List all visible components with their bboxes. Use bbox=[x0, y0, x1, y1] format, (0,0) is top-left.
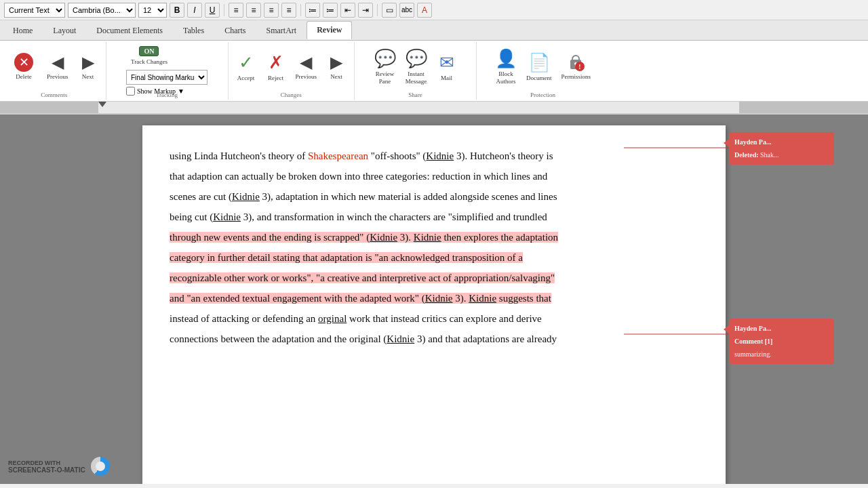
tab-bar: Home Layout Document Elements Tables Cha… bbox=[0, 20, 868, 41]
delete-button[interactable]: ✕ Delete bbox=[7, 50, 41, 83]
permissions-label: Permissions bbox=[561, 73, 591, 81]
document-page: using Linda Hutcheon's theory of Shakesp… bbox=[142, 125, 726, 484]
ribbon-group-share: 💬 ReviewPane 💬 InstantMessage ✉ Mail Sha… bbox=[355, 42, 477, 100]
track-changes-button[interactable]: ON Track Changes bbox=[126, 43, 172, 68]
comment-1-text: Shak... bbox=[760, 151, 779, 159]
kidnie-ref-4: Kidnie bbox=[370, 232, 397, 243]
paragraph-8: and "an extended textual engagement with… bbox=[170, 288, 698, 308]
tab-document-elements[interactable]: Document Elements bbox=[86, 22, 173, 39]
tab-review[interactable]: Review bbox=[307, 21, 352, 39]
next-change-icon: ▶ bbox=[330, 53, 342, 72]
format-bar: Current Text Cambria (Bo... 12 B I U ≡ ≡… bbox=[0, 0, 868, 20]
number-list-button[interactable]: ≔ bbox=[323, 3, 338, 18]
paragraph-1: using Linda Hutcheon's theory of Shakesp… bbox=[170, 146, 698, 166]
track-changes-on-badge: ON bbox=[139, 46, 159, 56]
comments-group-label: Comments bbox=[3, 92, 106, 98]
tab-smartart[interactable]: SmartArt bbox=[256, 22, 307, 39]
document-label: Document bbox=[526, 75, 552, 82]
kidnie-ref-6: Kidnie bbox=[387, 333, 414, 344]
document-protect-button[interactable]: 📄 Document bbox=[523, 49, 555, 85]
reject-label: Reject bbox=[268, 75, 283, 82]
previous-comment-label: Previous bbox=[47, 73, 68, 81]
comment-bubble-2[interactable]: Hayden Pa... Comment [1] summarizing. bbox=[729, 319, 834, 364]
mail-icon: ✉ bbox=[439, 52, 454, 73]
comment-2-content: summarizing. bbox=[734, 348, 829, 361]
ribbon-group-tracking: ON Track Changes Final Showing Markup Sh… bbox=[106, 42, 229, 100]
changes-group-label: Changes bbox=[229, 92, 355, 98]
next-comment-button[interactable]: ▶ Next bbox=[75, 50, 102, 83]
abc-button[interactable]: abc bbox=[399, 3, 414, 18]
align-left-button[interactable]: ≡ bbox=[229, 3, 243, 18]
kidnie-ref-5: Kidnie bbox=[425, 293, 453, 304]
indent-less-button[interactable]: ⇤ bbox=[340, 3, 355, 18]
bold-button[interactable]: B bbox=[170, 3, 184, 18]
block-authors-label: BlockAuthors bbox=[496, 70, 515, 85]
ribbon-group-protection: 👤 BlockAuthors 📄 Document bbox=[477, 42, 609, 100]
mail-button[interactable]: ✉ Mail bbox=[433, 49, 460, 85]
document-icon: 📄 bbox=[528, 52, 550, 73]
align-center-button[interactable]: ≡ bbox=[246, 3, 261, 18]
comment-2-type-text: Comment [1] bbox=[734, 338, 772, 345]
screencast-brand-label: SCREENCAST-O-MATIC bbox=[8, 466, 85, 474]
block-authors-icon: 👤 bbox=[495, 48, 517, 69]
document-area: using Linda Hutcheon's theory of Shakesp… bbox=[0, 115, 868, 484]
next-change-button[interactable]: ▶ Next bbox=[323, 50, 350, 83]
comment-bubble-1[interactable]: Hayden Pa... Deleted: Shak... bbox=[729, 132, 834, 165]
review-pane-button[interactable]: 💬 ReviewPane bbox=[371, 45, 399, 88]
tab-charts[interactable]: Charts bbox=[214, 22, 256, 39]
align-justify-button[interactable]: ≡ bbox=[281, 3, 296, 18]
paragraph-3: scenes are cut (Kidnie 3), adaptation in… bbox=[170, 186, 698, 207]
previous-change-button[interactable]: ◀ Previous bbox=[292, 50, 321, 83]
paragraph-9: instead of attacking or defending an org… bbox=[170, 308, 698, 329]
markup-select[interactable]: Final Showing Markup bbox=[126, 70, 208, 85]
align-right-button[interactable]: ≡ bbox=[264, 3, 279, 18]
tab-tables[interactable]: Tables bbox=[173, 22, 214, 39]
paragraph-10: connections between the adaptation and t… bbox=[170, 329, 698, 349]
spinner-icon bbox=[91, 457, 110, 476]
ruler-inner bbox=[0, 102, 868, 113]
font-type-select[interactable]: Current Text bbox=[4, 3, 65, 18]
next-comment-icon: ▶ bbox=[82, 53, 94, 72]
accept-button[interactable]: ✓ Accept bbox=[233, 49, 260, 85]
screencast-watermark: RECORDED WITH SCREENCAST-O-MATIC bbox=[8, 457, 110, 476]
ribbon-group-comments: ✕ Delete ◀ Previous ▶ Next Comments bbox=[3, 42, 106, 100]
bullet-list-button[interactable]: ≔ bbox=[305, 3, 320, 18]
font-name-select[interactable]: Cambria (Bo... bbox=[68, 3, 136, 18]
font-size-select[interactable]: 12 bbox=[138, 3, 167, 18]
underline-button[interactable]: U bbox=[205, 3, 220, 18]
paragraph-6: category in further detail stating that … bbox=[170, 247, 698, 268]
previous-comment-icon: ◀ bbox=[52, 53, 64, 72]
tab-layout[interactable]: Layout bbox=[43, 22, 86, 39]
tab-home[interactable]: Home bbox=[3, 22, 43, 39]
review-pane-icon: 💬 bbox=[374, 48, 396, 69]
comment-2-connector bbox=[624, 324, 729, 344]
reject-button[interactable]: ✗ Reject bbox=[262, 49, 290, 85]
paragraph-7: recognizable other work or works", "a cr… bbox=[170, 268, 698, 288]
shakespearean-text: Shakespearean bbox=[308, 150, 368, 161]
spinner-inner bbox=[96, 462, 105, 471]
comment-1-author: Hayden Pa... bbox=[734, 136, 829, 148]
reject-icon: ✗ bbox=[269, 52, 283, 73]
comment-2-container: Hayden Pa... Comment [1] summarizing. bbox=[729, 319, 834, 364]
previous-comment-button[interactable]: ◀ Previous bbox=[43, 50, 72, 83]
instant-message-label: InstantMessage bbox=[406, 70, 427, 85]
kidnie-ref-3: Kidnie bbox=[213, 211, 241, 222]
ruler-marker bbox=[98, 102, 106, 107]
block-authors-button[interactable]: 👤 BlockAuthors bbox=[492, 45, 520, 88]
border-button[interactable]: ▭ bbox=[382, 3, 397, 18]
paragraph-4: being cut (Kidnie 3), and transformation… bbox=[170, 207, 698, 227]
comment-2-author: Hayden Pa... bbox=[734, 322, 829, 335]
delete-icon: ✕ bbox=[14, 53, 33, 72]
document-text: using Linda Hutcheon's theory of Shakesp… bbox=[170, 146, 698, 349]
paragraph-2: that adaption can actually be broken dow… bbox=[170, 166, 698, 186]
instant-message-button[interactable]: 💬 InstantMessage bbox=[402, 45, 431, 88]
ribbon-group-changes: ✓ Accept ✗ Reject ◀ Previous ▶ Next Chan… bbox=[229, 42, 355, 100]
orginal-text: orginal bbox=[318, 313, 347, 324]
indent-more-button[interactable]: ⇥ bbox=[358, 3, 373, 18]
ribbon: ✕ Delete ◀ Previous ▶ Next Comments O bbox=[0, 41, 868, 102]
italic-button[interactable]: I bbox=[187, 3, 202, 18]
highlight-6: category in further detail stating that … bbox=[170, 252, 523, 263]
permissions-button[interactable]: ! Permissions bbox=[557, 50, 594, 83]
kidnie-ref-2: Kidnie bbox=[232, 191, 260, 202]
font-color-button[interactable]: A bbox=[417, 3, 432, 18]
